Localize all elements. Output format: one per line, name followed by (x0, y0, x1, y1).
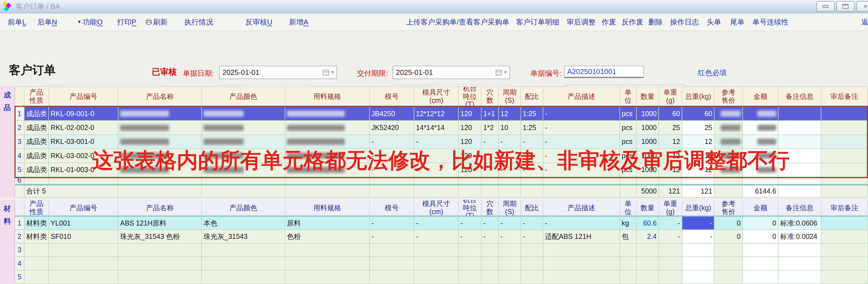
grid-cell[interactable]: 适配ABS 121H (543, 230, 620, 243)
grid-cell[interactable] (715, 121, 743, 135)
grid-cell[interactable] (285, 271, 370, 284)
grid-cell[interactable] (202, 121, 285, 135)
grid-cell[interactable]: RKL-03-002-0 (49, 149, 118, 163)
grid-cell[interactable]: 1000 (637, 163, 659, 177)
grid-cell[interactable]: SF010 (49, 230, 118, 243)
grid-cell[interactable]: - (370, 163, 414, 177)
grid-cell[interactable]: - (414, 217, 459, 230)
grid-cell[interactable] (715, 163, 743, 177)
grid-cell[interactable]: 120 (459, 121, 482, 135)
grid-cell[interactable] (521, 244, 543, 257)
toolbar-button-next-doc[interactable]: 后单N (37, 17, 57, 27)
grid-cell[interactable] (285, 121, 370, 135)
grid-cell[interactable] (715, 244, 743, 257)
grid-cell[interactable] (459, 244, 482, 257)
delivery-date-input[interactable]: 2025-01-01 ▼ (393, 66, 510, 79)
grid-cell[interactable]: 25 (682, 121, 715, 135)
grid-cell[interactable] (118, 107, 202, 121)
grid-cell[interactable] (743, 177, 778, 184)
row-number[interactable]: 1 (15, 107, 25, 121)
grid-cell[interactable]: JB4250 (370, 107, 414, 121)
grid-cell[interactable] (715, 149, 743, 163)
grid-cell[interactable] (821, 149, 868, 163)
grid-cell[interactable] (821, 135, 868, 149)
grid-cell[interactable] (370, 244, 414, 257)
grid-cell[interactable]: 0 (715, 230, 743, 243)
grid-cell[interactable]: 1000 (637, 107, 659, 121)
grid-cell[interactable]: JK52420 (370, 121, 414, 135)
grid-cell[interactable] (778, 244, 821, 257)
grid-cell[interactable] (778, 257, 821, 271)
grid-cell[interactable]: - (499, 230, 521, 243)
grid-cell[interactable] (49, 244, 118, 257)
grid-cell[interactable] (778, 107, 821, 121)
grid-cell[interactable] (821, 163, 868, 177)
grid-cell[interactable]: kg (620, 217, 637, 230)
toolbar-button-add-new[interactable]: 新增A (289, 17, 308, 27)
grid-cell[interactable] (414, 244, 459, 257)
grid-cell[interactable]: - (659, 217, 682, 230)
toolbar-button-print[interactable]: 打印P (117, 17, 136, 27)
grid-cell[interactable]: - (543, 121, 620, 135)
grid-cell[interactable]: 成品类 (25, 163, 49, 177)
grid-cell[interactable]: - (370, 217, 414, 230)
grid-cell[interactable]: - (482, 163, 499, 177)
toolbar-button-delete[interactable]: 删除 (648, 17, 663, 27)
row-number[interactable]: 3 (15, 244, 25, 257)
grid-cell[interactable]: - (543, 107, 620, 121)
grid-cell[interactable]: - (482, 135, 499, 149)
grid-cell[interactable]: 色粉 (285, 230, 370, 243)
grid-cell[interactable]: RKL-02-002-0 (49, 121, 118, 135)
grid-cell[interactable]: 原料 (285, 217, 370, 230)
toolbar-button-operation-log[interactable]: 操作日志 (670, 17, 699, 27)
grid-cell[interactable] (778, 135, 821, 149)
toolbar-button-prev-doc[interactable]: 前单L (8, 17, 26, 27)
grid-cell[interactable]: 12 (682, 149, 715, 163)
grid-cell[interactable] (743, 121, 778, 135)
grid-cell[interactable]: 12 (659, 135, 682, 149)
grid-cell[interactable] (821, 177, 868, 184)
grid-cell[interactable] (659, 244, 682, 257)
grid-cell[interactable] (459, 271, 482, 284)
grid-cell[interactable] (118, 271, 202, 284)
grid-cell[interactable] (25, 271, 49, 284)
grid-cell[interactable] (682, 177, 715, 184)
grid-cell[interactable]: - (521, 230, 543, 243)
grid-cell[interactable]: - (521, 149, 543, 163)
grid-cell[interactable] (499, 271, 521, 284)
row-number[interactable]: 2 (15, 121, 25, 135)
grid-cell[interactable] (482, 244, 499, 257)
grid-cell[interactable]: 12 (499, 107, 521, 121)
grid-cell[interactable]: 120 (459, 149, 482, 163)
grid-cell[interactable] (25, 257, 49, 271)
grid-cell[interactable]: - (682, 230, 715, 243)
grid-cell[interactable]: - (543, 149, 620, 163)
minimize-button[interactable] (816, 1, 835, 12)
grid-cell[interactable] (285, 257, 370, 271)
grid-cell[interactable] (543, 271, 620, 284)
grid-cell[interactable]: YL001 (49, 217, 118, 230)
grid-cell[interactable] (499, 244, 521, 257)
grid-cell[interactable] (118, 177, 202, 184)
grid-cell[interactable]: - (370, 135, 414, 149)
grid-cell[interactable] (743, 257, 778, 271)
grid-cell[interactable] (499, 257, 521, 271)
grid-cell[interactable]: 60 (682, 107, 715, 121)
grid-cell[interactable] (202, 163, 285, 177)
grid-cell[interactable]: 120 (459, 135, 482, 149)
grid-cell[interactable] (743, 244, 778, 257)
grid-cell[interactable] (620, 257, 637, 271)
grid-cell[interactable]: - (521, 135, 543, 149)
grid-cell[interactable] (778, 121, 821, 135)
grid-cell[interactable] (499, 177, 521, 184)
grid-cell[interactable] (202, 244, 285, 257)
grid-cell[interactable] (715, 135, 743, 149)
grid-cell[interactable] (821, 257, 868, 271)
grid-cell[interactable] (637, 257, 659, 271)
grid-cell[interactable]: 本色 (202, 217, 285, 230)
grid-cell[interactable]: - (499, 135, 521, 149)
maximize-button[interactable] (836, 1, 855, 12)
grid-cell[interactable] (821, 271, 868, 284)
grid-cell[interactable] (25, 177, 49, 184)
grid-cell[interactable] (543, 177, 620, 184)
